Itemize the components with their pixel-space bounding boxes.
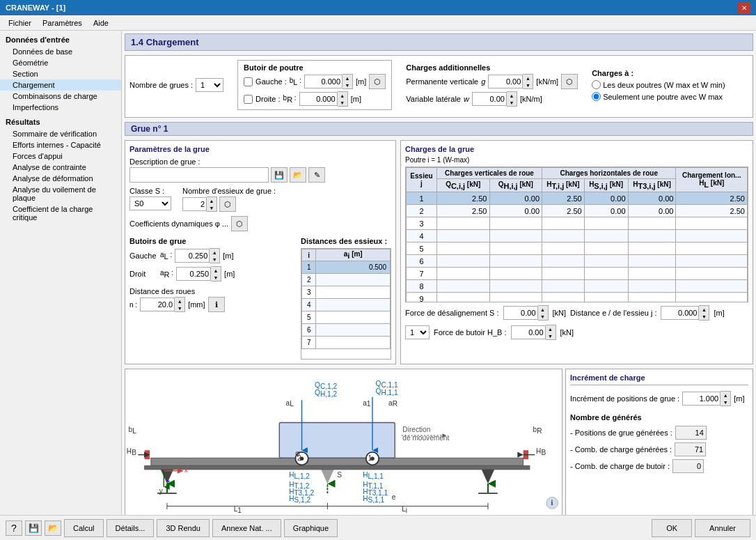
charges-table-wrapper[interactable]: Essieuj Charges verticales de roue Charg… xyxy=(405,167,748,302)
annuler-button[interactable]: Annuler xyxy=(695,519,750,537)
ar-input[interactable] xyxy=(176,267,211,281)
force-butoir-up[interactable]: ▲ xyxy=(546,325,556,332)
sidebar-item-forces[interactable]: Forces d'appui xyxy=(0,151,121,162)
dist-row-ai[interactable] xyxy=(316,286,391,299)
radio-deux-poutres[interactable] xyxy=(592,80,601,89)
ok-button[interactable]: OK xyxy=(652,519,692,537)
dist-essieux-row[interactable]: 7 xyxy=(302,337,391,349)
perm-vert-down[interactable]: ▼ xyxy=(523,82,533,88)
perm-vert-up[interactable]: ▲ xyxy=(523,75,533,82)
charges-row[interactable]: 4 xyxy=(407,230,748,242)
dist-row-ai[interactable] xyxy=(316,274,391,286)
close-button[interactable]: ✕ xyxy=(738,2,750,13)
nombre-grues-select[interactable]: 12 xyxy=(196,78,223,92)
menu-aide[interactable]: Aide xyxy=(88,17,114,29)
nombre-essieux-input[interactable] xyxy=(182,197,207,211)
sidebar-item-geometrie[interactable]: Géométrie xyxy=(0,57,121,68)
footer-icon2[interactable]: 💾 xyxy=(25,520,42,536)
al-up[interactable]: ▲ xyxy=(210,249,219,256)
butoir-gauche-checkbox[interactable] xyxy=(244,77,253,86)
menu-fichier[interactable]: Fichier xyxy=(3,17,37,29)
nombre-essieux-icon[interactable]: ⬡ xyxy=(219,196,236,212)
sidebar-item-donnees-base[interactable]: Données de base xyxy=(0,46,121,57)
sidebar-item-section[interactable]: Section xyxy=(0,68,121,79)
force-desalign-up[interactable]: ▲ xyxy=(538,306,548,313)
sidebar-item-coefficient[interactable]: Coefficient de la charge critique xyxy=(0,203,121,223)
charges-row[interactable]: 9 xyxy=(407,293,748,303)
charges-row[interactable]: 3 xyxy=(407,217,748,230)
description-btn1[interactable]: 💾 xyxy=(271,167,288,183)
butoir-gauche-up[interactable]: ▲ xyxy=(342,75,352,82)
sidebar-item-voilement[interactable]: Analyse du voilement de plaque xyxy=(0,184,121,203)
dist-essieux-row[interactable]: 3 xyxy=(302,286,391,299)
charges-row[interactable]: 2 2.50 0.00 2.50 0.00 0.00 2.50 xyxy=(407,205,748,217)
force-butoir-input[interactable] xyxy=(511,325,546,339)
increment-input[interactable] xyxy=(682,392,720,406)
perm-vert-input[interactable] xyxy=(488,75,523,88)
charges-row[interactable]: 6 xyxy=(407,255,748,268)
butoir-gauche-down[interactable]: ▼ xyxy=(342,82,352,88)
dist-ai-input[interactable] xyxy=(354,262,388,272)
charges-row[interactable]: 7 xyxy=(407,268,748,280)
perm-vert-icon-btn[interactable]: ⬡ xyxy=(561,74,578,89)
n-info-btn[interactable]: ℹ xyxy=(208,297,225,312)
nombre-essieux-up[interactable]: ▲ xyxy=(207,197,216,204)
var-lat-down[interactable]: ▼ xyxy=(507,99,517,106)
calcul-button[interactable]: Calcul xyxy=(64,519,104,537)
dist-ai-input[interactable] xyxy=(354,337,388,348)
sidebar-item-contrainte[interactable]: Analyse de contrainte xyxy=(0,162,121,173)
dist-ai-input[interactable] xyxy=(354,312,388,323)
increment-up[interactable]: ▲ xyxy=(720,392,730,399)
graphique-button[interactable]: Graphique xyxy=(284,519,338,537)
n-up[interactable]: ▲ xyxy=(175,298,184,304)
al-down[interactable]: ▼ xyxy=(210,256,219,263)
details-button[interactable]: Détails... xyxy=(107,519,155,537)
nombre-essieux-down[interactable]: ▼ xyxy=(207,204,216,211)
sidebar-item-combinaisons[interactable]: Combinaisons de charge xyxy=(0,91,121,102)
dist-row-ai[interactable] xyxy=(316,299,391,311)
sidebar-item-efforts[interactable]: Efforts internes - Capacité xyxy=(0,139,121,151)
dist-essieux-row[interactable]: 5 xyxy=(302,311,391,324)
dist-row-ai[interactable] xyxy=(316,311,391,324)
coeff-icon-btn[interactable]: ⬡ xyxy=(231,216,248,231)
dist-e-input[interactable] xyxy=(661,306,699,320)
force-butoir-down[interactable]: ▼ xyxy=(546,332,556,339)
dist-ai-input[interactable] xyxy=(354,287,388,298)
dist-row-ai[interactable] xyxy=(316,261,391,274)
description-btn2[interactable]: 📂 xyxy=(290,167,306,183)
radio-une-poutre[interactable] xyxy=(592,92,601,101)
sidebar-item-chargement[interactable]: Chargement xyxy=(0,79,121,91)
dist-e-j-select[interactable]: 12 xyxy=(405,325,430,339)
force-desalign-down[interactable]: ▼ xyxy=(538,313,548,320)
ar-up[interactable]: ▲ xyxy=(211,267,221,274)
dist-ai-input[interactable] xyxy=(354,275,388,285)
footer-icon1[interactable]: ? xyxy=(6,520,22,536)
n-down[interactable]: ▼ xyxy=(175,304,184,311)
force-desalign-input[interactable] xyxy=(503,306,538,320)
butoir-droite-down[interactable]: ▼ xyxy=(338,99,347,106)
sidebar-group-resultats[interactable]: Résultats xyxy=(0,116,121,128)
dist-essieux-table-wrapper[interactable]: i ai [m] 1 2 3 4 5 6 7 xyxy=(301,248,391,360)
var-lat-input[interactable] xyxy=(472,92,507,106)
butoir-droite-up[interactable]: ▲ xyxy=(338,92,347,99)
description-btn3[interactable]: ✎ xyxy=(308,167,325,183)
sidebar-item-imperfections[interactable]: Imperfections xyxy=(0,102,121,113)
dist-essieux-row[interactable]: 1 xyxy=(302,261,391,274)
dist-essieux-row[interactable]: 2 xyxy=(302,274,391,286)
dist-ai-input[interactable] xyxy=(354,300,388,310)
sidebar-item-sommaire[interactable]: Sommaire de vérification xyxy=(0,128,121,139)
increment-down[interactable]: ▼ xyxy=(720,399,730,406)
butoir-gauche-input[interactable] xyxy=(304,75,342,88)
dist-e-up[interactable]: ▲ xyxy=(699,306,709,313)
dist-ai-input[interactable] xyxy=(354,325,388,335)
dist-essieux-row[interactable]: 4 xyxy=(302,299,391,311)
charges-row[interactable]: 5 xyxy=(407,242,748,255)
butoir-droite-checkbox[interactable] xyxy=(244,95,253,104)
rendu3d-button[interactable]: 3D Rendu xyxy=(157,519,210,537)
charges-row[interactable]: 8 xyxy=(407,280,748,293)
n-input[interactable] xyxy=(140,298,175,311)
description-input[interactable] xyxy=(129,167,269,183)
footer-icon3[interactable]: 📂 xyxy=(45,520,61,536)
classe-s-select[interactable]: S0S1S2 xyxy=(129,196,171,210)
ar-down[interactable]: ▼ xyxy=(211,274,221,281)
